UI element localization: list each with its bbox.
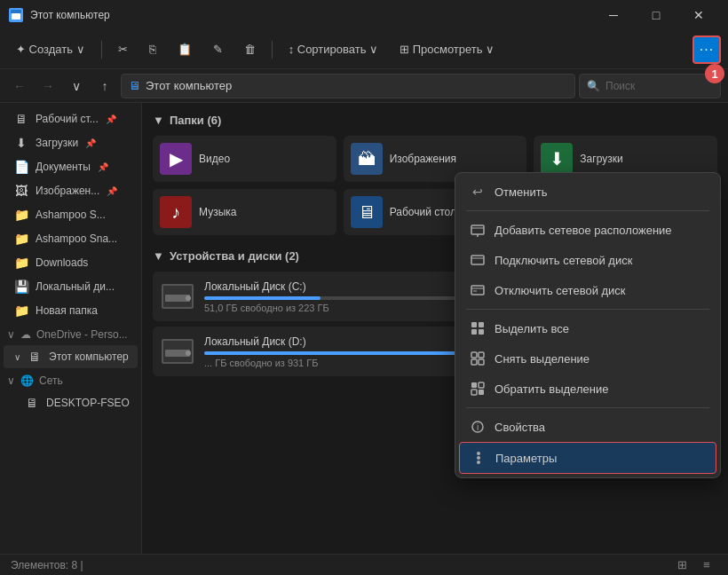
menu-add-network-location[interactable]: Добавить сетевое расположение [459, 215, 716, 245]
sidebar-label-onedrive: OneDrive - Perso... [36, 328, 128, 341]
sidebar-item-thispc[interactable]: ∨ 🖥 Этот компьютер [4, 345, 138, 368]
menu-disconnect-drive[interactable]: Отключить сетевой диск [459, 275, 716, 305]
downloads-icon: ⬇ [14, 136, 28, 150]
video-folder-icon: ▶ [160, 143, 192, 175]
d-drive-icon [160, 334, 195, 369]
sort-button[interactable]: ↕ Сортировать ∨ [280, 37, 387, 61]
search-box[interactable]: 🔍 Поиск [579, 74, 721, 98]
svg-text:i: i [477, 422, 479, 432]
toolbar-separator-1 [101, 41, 102, 59]
sidebar-item-desktop-net[interactable]: 🖥 DESKTOP-FSEO [4, 391, 138, 414]
menu-add-network-label: Добавить сетевое расположение [495, 224, 672, 237]
folder-music[interactable]: ♪ Музыка [153, 189, 336, 235]
more-options-button[interactable]: ··· [692, 35, 721, 64]
sidebar-item-ashampoo[interactable]: 📁 Ashampoo S... [4, 203, 138, 226]
title-bar-left: Этот компьютер [9, 8, 110, 22]
menu-select-none[interactable]: Снять выделение [459, 343, 716, 374]
sidebar-item-documents[interactable]: 📄 Документы 📌 [4, 155, 138, 178]
create-button[interactable]: ✦ Создать ∨ [7, 37, 94, 61]
svg-rect-1 [12, 13, 20, 20]
folders-section-header[interactable]: ▼ Папки (6) [153, 114, 717, 127]
title-bar: Этот компьютер ─ □ ✕ [0, 0, 728, 30]
folder-icon-ashsnap: 📁 [14, 232, 28, 246]
properties-icon: i [470, 419, 486, 435]
svg-rect-23 [471, 352, 477, 358]
sidebar-label-network: Сеть [39, 374, 63, 387]
sidebar-label-localdisk: Локальный ди... [36, 280, 115, 293]
sidebar-section-onedrive[interactable]: ∨ ☁ OneDrive - Perso... [0, 323, 141, 344]
sidebar-item-pictures[interactable]: 🖼 Изображен... 📌 [4, 179, 138, 202]
menu-map-drive[interactable]: Подключить сетевой диск [459, 245, 716, 275]
menu-properties[interactable]: i Свойства [459, 412, 716, 442]
add-network-icon [470, 222, 486, 238]
menu-select-none-label: Снять выделение [495, 352, 590, 366]
sidebar-item-desktop[interactable]: 🖥 Рабочий ст... 📌 [4, 107, 138, 130]
main-layout: 🖥 Рабочий ст... 📌 ⬇ Загрузки 📌 📄 Докумен… [0, 103, 728, 554]
pin-icon-pics: 📌 [107, 186, 117, 196]
desktop-icon: 🖥 [14, 112, 28, 126]
toolbar: ✦ Создать ∨ ✂ ⎘ 📋 ✎ 🗑 ↕ Сортировать ∨ ⊞ … [0, 30, 728, 69]
sidebar-label-documents: Документы [36, 161, 91, 173]
menu-cancel[interactable]: ↩ Отменить [459, 177, 716, 207]
paste-button[interactable]: 📋 [169, 37, 201, 61]
map-drive-icon [470, 252, 486, 268]
sidebar-item-downloads[interactable]: ⬇ Загрузки 📌 [4, 131, 138, 154]
menu-invert-selection[interactable]: Обратить выделение [459, 374, 716, 404]
music-folder-icon: ♪ [160, 196, 192, 228]
up-button[interactable]: ↑ [92, 74, 117, 98]
pin-icon: 📌 [106, 114, 116, 124]
svg-rect-25 [471, 359, 477, 365]
svg-rect-22 [479, 329, 484, 335]
sidebar-item-folder-downloads[interactable]: 📁 Downloads [4, 251, 138, 274]
svg-point-34 [477, 452, 480, 455]
select-none-icon [470, 351, 486, 366]
svg-rect-26 [479, 359, 484, 365]
minimize-button[interactable]: ─ [593, 0, 634, 30]
sidebar-item-ashampoosnap[interactable]: 📁 Ashampoo Sna... [4, 227, 138, 250]
delete-button[interactable]: 🗑 [235, 37, 265, 61]
disconnect-drive-icon [470, 282, 486, 298]
delete-icon: 🗑 [244, 43, 256, 56]
sidebar-label-ashampoosnap: Ashampoo Sna... [36, 232, 117, 245]
menu-select-all[interactable]: Выделить все [459, 313, 716, 343]
maximize-button[interactable]: □ [636, 0, 677, 30]
forward-button[interactable]: → [36, 74, 60, 98]
dropdown-menu: ↩ Отменить Добавить сетевое расположение… [455, 172, 721, 478]
folder-video[interactable]: ▶ Видео [153, 136, 336, 182]
menu-options[interactable]: Параметры [459, 442, 716, 474]
pictures-icon: 🖼 [14, 184, 28, 198]
folder-icon-new: 📁 [14, 303, 28, 318]
address-bar: ← → ∨ ↑ 🖥 Этот компьютер 🔍 Поиск [0, 69, 728, 103]
sidebar-item-newfolder[interactable]: 📁 Новая папка [4, 299, 138, 322]
folder-desktop-label: Рабочий стол [390, 206, 456, 218]
rename-button[interactable]: ✎ [204, 37, 232, 61]
devices-section-label: Устройства и диски (2) [170, 249, 299, 263]
chevron-icon-net: ∨ [7, 374, 15, 387]
sidebar-label-network-item: DESKTOP-FSEO [46, 397, 130, 409]
sidebar-section-network[interactable]: ∨ 🌐 Сеть [0, 369, 141, 390]
invert-selection-icon [470, 381, 486, 397]
view-button[interactable]: ⊞ Просмотреть ∨ [391, 37, 503, 61]
computer-icon: 🖥 [129, 79, 140, 92]
view-grid-button[interactable]: ⊞ [671, 556, 692, 574]
view-list-button[interactable]: ≡ [696, 556, 717, 574]
pc-icon: 🖥 [28, 350, 42, 364]
svg-rect-2 [11, 10, 21, 13]
back-button[interactable]: ← [7, 74, 32, 98]
svg-point-10 [186, 351, 191, 356]
sidebar-item-localdisk[interactable]: 💾 Локальный ди... [4, 275, 138, 298]
folder-pictures-label: Изображения [390, 153, 456, 165]
copy-button[interactable]: ⎘ [140, 37, 165, 61]
svg-point-35 [477, 461, 480, 464]
menu-cancel-label: Отменить [495, 185, 547, 199]
cut-button[interactable]: ✂ [109, 37, 137, 61]
down-button[interactable]: ∨ [64, 74, 89, 98]
svg-rect-24 [479, 352, 484, 358]
sidebar-label-ashampoo: Ashampoo S... [36, 209, 106, 221]
sidebar-label-pictures: Изображен... [36, 185, 99, 197]
close-button[interactable]: ✕ [678, 0, 719, 30]
svg-rect-21 [471, 329, 477, 335]
address-path[interactable]: 🖥 Этот компьютер [121, 74, 575, 98]
svg-rect-20 [479, 322, 484, 327]
svg-rect-14 [471, 256, 484, 264]
